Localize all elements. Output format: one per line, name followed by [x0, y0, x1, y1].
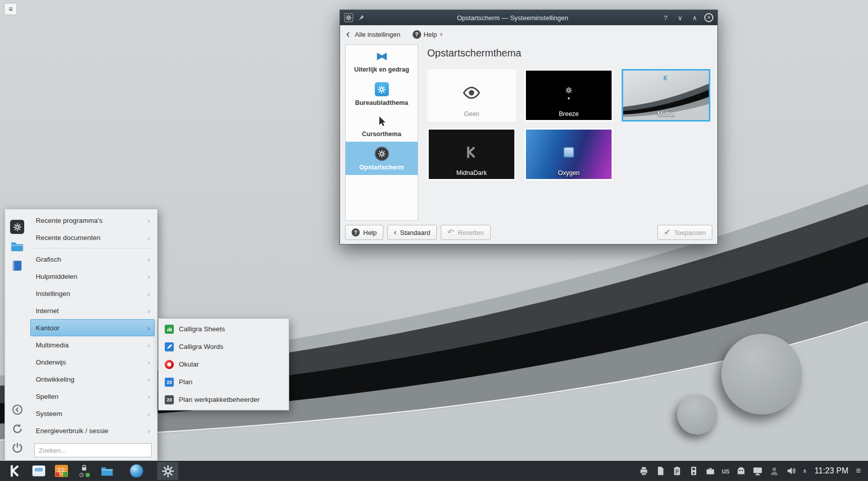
menu-item-instellingen[interactable]: Instellingen › [30, 285, 155, 302]
menu-item-recente-programmas[interactable]: Recente programma's › [30, 212, 155, 229]
settings-main-panel: Opstartschermthema Geen Breeze [418, 44, 712, 221]
submenu-item-calligra-sheets[interactable]: Calligra Sheets [160, 320, 287, 338]
help-label: Help [424, 31, 437, 38]
panel-menu-icon[interactable]: ≡ [856, 466, 861, 476]
theme-tile-breeze[interactable]: Breeze [524, 69, 613, 122]
theme-tile-midnadark[interactable]: MidnaDark [427, 128, 516, 181]
toolbar-help-button[interactable]: ? Help ∨ [413, 30, 443, 39]
menu-item-internet[interactable]: Internet › [30, 302, 155, 319]
menu-item-multimedia[interactable]: Multimedia › [30, 336, 155, 353]
maximize-button[interactable]: ∧ [690, 14, 700, 22]
launcher-button[interactable] [4, 461, 26, 481]
sidebar-item-opstartscherm[interactable]: Opstartscherm [346, 142, 418, 175]
submenu-item-label: Calligra Sheets [179, 325, 225, 333]
task-presentation[interactable] [29, 462, 49, 480]
briefcase-icon[interactable] [705, 466, 715, 476]
sidebar-item-label: Opstartscherm [359, 164, 404, 171]
device-notifier-icon[interactable] [689, 466, 699, 476]
volume-icon[interactable] [786, 466, 796, 476]
desktop-toolbox-button[interactable]: ≡ [4, 3, 17, 15]
titlebar[interactable]: Opstartscherm — Systeeminstellingen ? ∨ … [340, 10, 717, 25]
chevron-right-icon: › [148, 233, 150, 242]
menu-item-label: Multimedia [36, 341, 69, 349]
kantoor-submenu: Calligra Sheets Calligra Words Okular 23… [158, 318, 289, 410]
restart-button[interactable] [11, 423, 24, 435]
minimize-button[interactable]: ∨ [675, 14, 685, 22]
menu-item-energieverbruik-sessie[interactable]: Energieverbruik / sessie › [30, 422, 155, 439]
back-icon[interactable]: ‹ [346, 29, 350, 39]
menu-item-onderwijs[interactable]: Onderwijs › [30, 353, 155, 371]
help-caret-icon: ∨ [439, 32, 443, 39]
plan-calendar-icon: 23 [165, 378, 174, 387]
keyboard-layout-indicator[interactable]: us [722, 467, 729, 475]
presentation-icon [32, 465, 45, 476]
task-system-settings[interactable] [157, 462, 178, 480]
favorite-help-book[interactable] [11, 259, 24, 272]
favorite-file-manager[interactable] [10, 239, 24, 254]
pin-icon[interactable] [358, 14, 365, 21]
clock[interactable]: 11:23 PM [815, 466, 848, 475]
search-input[interactable] [34, 443, 152, 457]
default-button[interactable]: ‹ Standaard [387, 225, 437, 240]
page-title: Opstartschermthema [427, 47, 710, 59]
chevron-right-icon: › [148, 255, 150, 264]
submenu-item-okular[interactable]: Okular [160, 355, 287, 373]
document-icon[interactable] [655, 466, 665, 476]
theme-tile-oxygen[interactable]: Oxygen [524, 128, 613, 181]
chevron-right-icon: › [148, 307, 150, 315]
theme-tile-geen[interactable]: Geen [427, 69, 516, 122]
tray-expand-icon[interactable]: ∧ [803, 467, 807, 474]
menu-item-label: Internet [36, 307, 59, 315]
sidebar-item-bureaubladthema[interactable]: Bureaubladthema [346, 77, 418, 110]
task-browser[interactable] [126, 462, 147, 480]
menu-item-recente-documenten[interactable]: Recente documenten › [30, 229, 155, 246]
system-settings-window: Opstartscherm — Systeeminstellingen ? ∨ … [340, 10, 718, 245]
settings-sidebar: Uiterlijk en gedrag Bureaubladthema Curs… [345, 44, 418, 221]
printer-icon[interactable] [639, 466, 649, 476]
clipboard-icon[interactable] [672, 466, 682, 476]
titlebar-help-button[interactable]: ? [660, 14, 671, 22]
sidebar-item-uiterlijk-en-gedrag[interactable]: Uiterlijk en gedrag [346, 45, 418, 77]
chevron-right-icon: › [148, 392, 150, 401]
logout-button[interactable] [11, 403, 24, 416]
reset-button-label: Resetten [457, 229, 484, 236]
launcher-menu: Recente programma's › Recente documenten… [29, 209, 157, 460]
cursor-theme-icon [376, 115, 388, 128]
menu-item-kantoor[interactable]: Kantoor › [30, 319, 155, 336]
task-lock-group[interactable] [74, 462, 94, 480]
submenu-item-plan-werkpakketbeheerder[interactable]: 23 Plan werkpakketbeheerder [160, 391, 287, 408]
screen-icon[interactable] [753, 466, 763, 476]
favorite-system-settings[interactable] [10, 220, 24, 234]
apply-button[interactable]: ✔ Toepassen [657, 225, 712, 240]
theme-tile-midna[interactable]: Midna [622, 69, 710, 122]
task-file-manager[interactable] [97, 462, 117, 480]
browser-icon [130, 464, 143, 477]
menu-item-grafisch[interactable]: Grafisch › [30, 251, 155, 268]
plan-workpackage-icon: 23 [165, 395, 174, 404]
launcher-search [34, 443, 152, 457]
okular-icon [165, 360, 174, 369]
menu-item-hulpmiddelen[interactable]: Hulpmiddelen › [30, 268, 155, 285]
help-button[interactable]: ? Help [345, 225, 383, 240]
taskbar: us ∧ 11:23 PM ≡ [0, 461, 868, 481]
ghost-icon[interactable] [736, 466, 746, 476]
chevron-right-icon: › [148, 427, 150, 435]
close-button[interactable]: × [704, 13, 713, 22]
chevron-right-icon: › [148, 289, 150, 298]
desktop: ≡ Opstartscherm — Systeeminstellingen ? … [0, 0, 868, 481]
menu-item-ontwikkeling[interactable]: Ontwikkeling › [30, 371, 155, 388]
menu-item-spellen[interactable]: Spellen › [30, 388, 155, 405]
reset-button[interactable]: ↶ Resetten [441, 225, 490, 240]
all-settings-link[interactable]: Alle instellingen [355, 31, 400, 38]
task-spreadsheet[interactable] [51, 462, 72, 480]
menu-item-label: Instellingen [36, 290, 70, 297]
sidebar-item-cursorthema[interactable]: Cursorthema [346, 110, 418, 142]
calligra-words-icon [165, 342, 174, 351]
lock-icon [81, 464, 88, 471]
shutdown-button[interactable] [11, 442, 24, 454]
menu-item-systeem[interactable]: Systeem › [30, 405, 155, 422]
user-status-icon[interactable] [769, 466, 779, 476]
submenu-item-calligra-words[interactable]: Calligra Words [160, 338, 287, 355]
submenu-item-plan[interactable]: 23 Plan [160, 373, 287, 391]
submenu-item-label: Plan [179, 378, 192, 386]
